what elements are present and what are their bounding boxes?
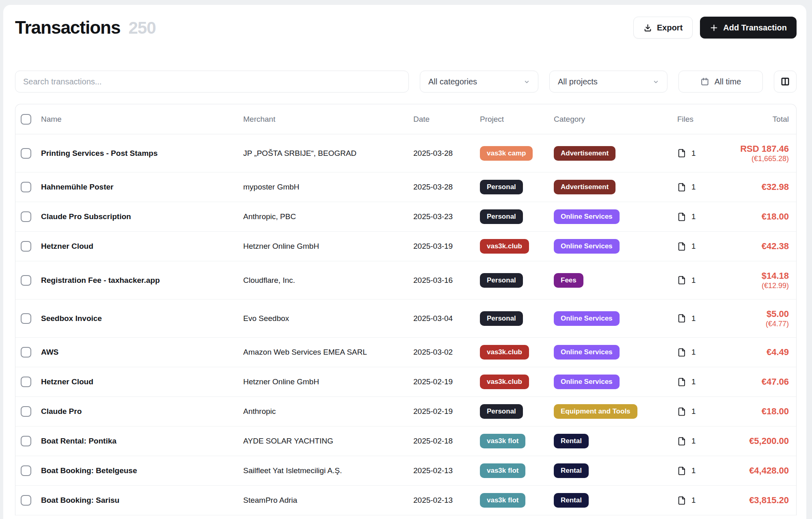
row-checkbox[interactable]	[21, 436, 31, 446]
category-badge[interactable]: Rental	[554, 434, 589, 448]
time-filter-button[interactable]: All time	[678, 71, 763, 93]
table-row[interactable]: AWS Amazon Web Services EMEA SARL 2025-0…	[15, 338, 796, 367]
total-amount: €4,428.00	[749, 465, 789, 476]
table-row[interactable]: Boat Booking: Sarisu SteamPro Adria 2025…	[15, 486, 796, 515]
file-icon	[677, 314, 687, 323]
download-icon	[644, 24, 652, 32]
table-row[interactable]: Seedbox Invoice Evo Seedbox 2025-03-04 P…	[15, 299, 796, 338]
transaction-name: Claude Pro	[41, 407, 243, 416]
files-cell: 1	[677, 212, 726, 222]
category-badge[interactable]: Online Services	[554, 209, 620, 224]
column-settings-button[interactable]	[774, 71, 797, 93]
project-badge[interactable]: vas3k.club	[480, 239, 529, 254]
search-input[interactable]	[15, 71, 409, 93]
project-badge[interactable]: vas3k camp	[480, 146, 533, 161]
column-header-category: Category	[554, 115, 677, 124]
columns-icon	[780, 76, 790, 87]
project-badge[interactable]: Personal	[480, 209, 523, 224]
category-badge[interactable]: Online Services	[554, 311, 620, 326]
files-cell: 1	[677, 348, 726, 357]
row-checkbox[interactable]	[21, 406, 31, 417]
row-checkbox[interactable]	[21, 211, 31, 222]
plus-icon	[710, 24, 718, 32]
table-row[interactable]: Hahnemühle Poster myposter GmbH 2025-03-…	[15, 172, 796, 202]
transaction-merchant: Anthropic, PBC	[243, 212, 413, 221]
row-checkbox[interactable]	[21, 275, 31, 286]
files-cell: 1	[677, 276, 726, 285]
row-checkbox[interactable]	[21, 182, 31, 192]
total-amount: €32.98	[762, 181, 789, 193]
table-row[interactable]: Boat Rental: Pontika AYDE SOLAR YACHTING…	[15, 426, 796, 456]
file-count: 1	[691, 183, 696, 192]
project-badge[interactable]: vas3k.club	[480, 345, 529, 360]
project-badge[interactable]: Personal	[480, 180, 523, 194]
category-badge[interactable]: Fees	[554, 273, 583, 288]
main-card: Transactions 250 Export Add Transaction …	[3, 5, 806, 519]
transaction-name: Hetzner Cloud	[41, 242, 243, 251]
transaction-name: Printing Services - Post Stamps	[41, 149, 243, 158]
row-checkbox[interactable]	[21, 465, 31, 476]
table-row[interactable]: Hetzner Cloud Hetzner Online GmbH 2025-0…	[15, 367, 796, 397]
project-badge[interactable]: Personal	[480, 311, 523, 326]
total-amount: €5,200.00	[749, 435, 789, 447]
category-badge[interactable]: Advertisement	[554, 146, 615, 161]
table-row[interactable]: Hetzner Cloud Hetzner Online GmbH 2025-0…	[15, 232, 796, 261]
transaction-date: 2025-02-19	[413, 377, 480, 386]
category-badge[interactable]: Online Services	[554, 345, 620, 360]
category-badge[interactable]: Online Services	[554, 239, 620, 254]
project-badge[interactable]: Personal	[480, 404, 523, 419]
row-checkbox[interactable]	[21, 377, 31, 387]
table-row[interactable]: Claude Pro Anthropic 2025-02-19 Personal…	[15, 397, 796, 426]
total-cell: €18.00	[726, 211, 796, 222]
project-badge[interactable]: vas3k flot	[480, 434, 525, 448]
transaction-merchant: Anthropic	[243, 407, 413, 416]
transaction-merchant: Sailfleet Yat Isletmeciligi A.Ş.	[243, 466, 413, 475]
transaction-name: Registration Fee - taxhacker.app	[41, 276, 243, 285]
category-badge[interactable]: Advertisement	[554, 180, 615, 194]
categories-select[interactable]: All categories	[420, 71, 538, 93]
column-header-files: Files	[677, 115, 726, 124]
transaction-date: 2025-02-13	[413, 496, 480, 505]
category-badge[interactable]: Rental	[554, 463, 589, 478]
transaction-merchant: Hetzner Online GmbH	[243, 242, 413, 251]
table-row[interactable]: Registration Fee - taxhacker.app Cloudfl…	[15, 261, 796, 299]
table-row[interactable]: Claude Pro Subscription Anthropic, PBC 2…	[15, 202, 796, 232]
project-badge[interactable]: vas3k flot	[480, 493, 525, 508]
transaction-merchant: SteamPro Adria	[243, 496, 413, 505]
file-icon	[677, 348, 687, 357]
add-transaction-button[interactable]: Add Transaction	[700, 17, 797, 39]
row-checkbox[interactable]	[21, 313, 31, 324]
project-badge[interactable]: vas3k flot	[480, 463, 525, 478]
add-transaction-label: Add Transaction	[723, 23, 787, 32]
chevron-down-icon	[523, 78, 531, 86]
transaction-merchant: JP „POŠTA SRBIJE“, BEOGRAD	[243, 149, 413, 158]
category-badge[interactable]: Rental	[554, 493, 589, 508]
files-cell: 1	[677, 183, 726, 192]
file-count: 1	[691, 466, 696, 475]
select-all-checkbox[interactable]	[21, 114, 31, 125]
files-cell: 1	[677, 496, 726, 505]
row-checkbox[interactable]	[21, 495, 31, 506]
total-amount: €4.49	[767, 347, 789, 358]
row-checkbox[interactable]	[21, 347, 31, 357]
category-badge[interactable]: Equipment and Tools	[554, 404, 637, 419]
file-count: 1	[691, 212, 696, 221]
projects-select-value: All projects	[558, 77, 598, 86]
file-icon	[677, 276, 687, 285]
file-icon	[677, 212, 687, 222]
table-row[interactable]: Printing Services - Post Stamps JP „POŠT…	[15, 134, 796, 172]
total-cell: €5,200.00	[726, 435, 796, 447]
row-checkbox[interactable]	[21, 148, 31, 159]
table-row[interactable]: Boat Booking: Betelgeuse Sailfleet Yat I…	[15, 456, 796, 486]
row-checkbox[interactable]	[21, 241, 31, 252]
projects-select[interactable]: All projects	[549, 71, 667, 93]
total-cell: €47.06	[726, 376, 796, 388]
files-cell: 1	[677, 314, 726, 323]
page-title: Transactions	[15, 17, 120, 38]
category-badge[interactable]: Online Services	[554, 375, 620, 389]
transaction-name: AWS	[41, 348, 243, 357]
project-badge[interactable]: vas3k.club	[480, 375, 529, 389]
export-button[interactable]: Export	[633, 17, 693, 39]
file-icon	[677, 149, 687, 158]
project-badge[interactable]: Personal	[480, 273, 523, 288]
